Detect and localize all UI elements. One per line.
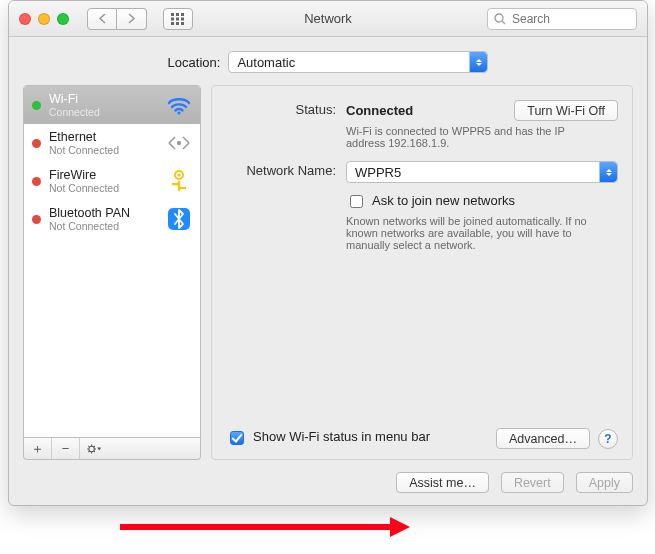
ask-join-label: Ask to join new networks xyxy=(372,193,515,208)
network-preferences-window: Network Location: Automatic Wi-Fi Connec… xyxy=(8,0,648,506)
service-meta: FireWire Not Connected xyxy=(49,168,158,194)
svg-rect-6 xyxy=(171,22,174,25)
show-status-checkbox[interactable] xyxy=(230,431,244,445)
svg-rect-15 xyxy=(178,181,180,191)
search-input[interactable] xyxy=(510,11,648,27)
location-row: Location: Automatic xyxy=(9,37,647,85)
svg-rect-16 xyxy=(172,183,178,185)
add-service-button[interactable]: ＋ xyxy=(24,438,52,459)
status-dot-icon xyxy=(32,215,41,224)
gear-icon xyxy=(86,443,102,455)
help-button[interactable]: ? xyxy=(598,429,618,449)
svg-point-19 xyxy=(89,446,94,451)
service-item-wifi[interactable]: Wi-Fi Connected xyxy=(24,86,200,124)
revert-button[interactable]: Revert xyxy=(501,472,564,493)
status-description: Wi-Fi is connected to WPPR5 and has the … xyxy=(346,125,606,149)
svg-rect-5 xyxy=(181,17,184,20)
wifi-icon xyxy=(166,92,192,118)
status-dot-icon xyxy=(32,101,41,110)
popup-arrows-icon xyxy=(599,162,617,182)
status-row: Status: Connected Turn Wi-Fi Off Wi-Fi i… xyxy=(226,100,618,149)
chevron-right-icon xyxy=(127,13,136,24)
ethernet-icon xyxy=(166,130,192,156)
remove-service-button[interactable]: − xyxy=(52,438,80,459)
svg-point-14 xyxy=(177,173,180,176)
show-status-label: Show Wi-Fi status in menu bar xyxy=(253,429,430,444)
sidebar: Wi-Fi Connected Ethernet Not Connected xyxy=(23,85,201,460)
bluetooth-icon xyxy=(166,206,192,232)
svg-line-10 xyxy=(502,21,505,24)
close-window-button[interactable] xyxy=(19,13,31,25)
service-status: Connected xyxy=(49,106,158,118)
network-name-label: Network Name: xyxy=(226,161,336,178)
svg-line-25 xyxy=(94,451,95,452)
location-popup[interactable]: Automatic xyxy=(228,51,488,73)
svg-line-26 xyxy=(88,451,89,452)
svg-rect-4 xyxy=(176,17,179,20)
service-meta: Wi-Fi Connected xyxy=(49,92,158,118)
svg-point-9 xyxy=(495,14,503,22)
search-icon xyxy=(494,13,506,25)
popup-arrows-icon xyxy=(469,52,487,72)
network-name-row: Network Name: WPPR5 Ask to join new netw… xyxy=(226,161,618,251)
svg-line-27 xyxy=(94,445,95,446)
svg-rect-0 xyxy=(171,13,174,16)
ask-join-checkbox[interactable] xyxy=(350,195,363,208)
detail-inner: Status: Connected Turn Wi-Fi Off Wi-Fi i… xyxy=(211,85,633,460)
body: Wi-Fi Connected Ethernet Not Connected xyxy=(9,85,647,460)
ask-join-row: Ask to join new networks xyxy=(346,193,618,211)
service-status: Not Connected xyxy=(49,144,158,156)
service-name: Ethernet xyxy=(49,130,158,144)
service-item-ethernet[interactable]: Ethernet Not Connected xyxy=(24,124,200,162)
svg-rect-3 xyxy=(171,17,174,20)
location-label: Location: xyxy=(168,55,221,70)
forward-button[interactable] xyxy=(117,8,147,30)
status-dot-icon xyxy=(32,139,41,148)
network-name-popup[interactable]: WPPR5 xyxy=(346,161,618,183)
network-name-value: WPPR5 xyxy=(355,165,401,180)
status-dot-icon xyxy=(32,177,41,186)
svg-line-24 xyxy=(88,445,89,446)
svg-rect-17 xyxy=(180,187,186,189)
button-row: Assist me… Revert Apply xyxy=(9,462,647,493)
ask-join-hint: Known networks will be joined automatica… xyxy=(346,215,606,251)
service-status: Not Connected xyxy=(49,182,158,194)
service-actions-button[interactable] xyxy=(80,438,108,459)
titlebar: Network xyxy=(9,1,647,37)
service-list[interactable]: Wi-Fi Connected Ethernet Not Connected xyxy=(23,85,201,438)
svg-point-11 xyxy=(177,111,180,114)
svg-rect-2 xyxy=(181,13,184,16)
detail-panel: Status: Connected Turn Wi-Fi Off Wi-Fi i… xyxy=(211,85,633,460)
svg-rect-7 xyxy=(176,22,179,25)
svg-rect-8 xyxy=(181,22,184,25)
assist-me-button[interactable]: Assist me… xyxy=(396,472,489,493)
status-label: Status: xyxy=(226,100,336,117)
apply-button[interactable]: Apply xyxy=(576,472,633,493)
detail-bottom: Show Wi-Fi status in menu bar Advanced… … xyxy=(226,428,618,449)
back-button[interactable] xyxy=(87,8,117,30)
show-all-button[interactable] xyxy=(163,8,193,30)
advanced-button[interactable]: Advanced… xyxy=(496,428,590,449)
service-meta: Bluetooth PAN Not Connected xyxy=(49,206,158,232)
service-meta: Ethernet Not Connected xyxy=(49,130,158,156)
grid-icon xyxy=(171,13,185,25)
svg-rect-1 xyxy=(176,13,179,16)
wifi-toggle-button[interactable]: Turn Wi-Fi Off xyxy=(514,100,618,121)
search-field[interactable] xyxy=(487,8,637,30)
window-controls xyxy=(19,13,69,25)
service-item-bluetooth[interactable]: Bluetooth PAN Not Connected xyxy=(24,200,200,238)
service-item-firewire[interactable]: FireWire Not Connected xyxy=(24,162,200,200)
minimize-window-button[interactable] xyxy=(38,13,50,25)
sidebar-footer: ＋ − xyxy=(23,438,201,460)
show-status-row: Show Wi-Fi status in menu bar xyxy=(226,429,430,448)
firewire-icon xyxy=(166,168,192,194)
status-value: Connected xyxy=(346,103,413,118)
service-status: Not Connected xyxy=(49,220,158,232)
service-name: Bluetooth PAN xyxy=(49,206,158,220)
chevron-left-icon xyxy=(98,13,107,24)
zoom-window-button[interactable] xyxy=(57,13,69,25)
nav-buttons xyxy=(87,8,147,30)
svg-point-12 xyxy=(177,141,181,145)
location-value: Automatic xyxy=(237,55,295,70)
annotation-arrow xyxy=(120,520,410,534)
